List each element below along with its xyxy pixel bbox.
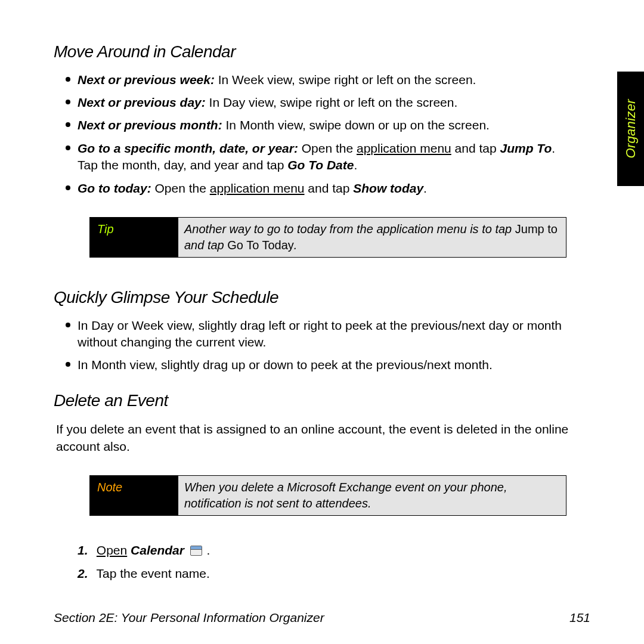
note-label: Note [90, 476, 178, 515]
action-show-today: Show today [353, 181, 423, 195]
heading-delete-event: Delete an Event [54, 389, 578, 412]
list-item-text: In Month view, swipe down or up on the s… [222, 118, 490, 132]
move-around-list: Next or previous week: In Week view, swi… [54, 72, 578, 197]
calendar-icon [190, 546, 202, 556]
page-number: 151 [569, 609, 590, 626]
heading-glimpse: Quickly Glimpse Your Schedule [54, 286, 578, 309]
step-text: Tap the event name. [96, 566, 209, 580]
tip-text: . [294, 239, 298, 252]
section-tab-organizer: Organizer [617, 72, 644, 186]
tip-text: and tap [184, 239, 227, 252]
list-item-text: . [354, 158, 357, 172]
list-item-text: and tap [305, 181, 354, 195]
delete-steps: 1. Open Calendar . 2. Tap the event name… [54, 542, 578, 582]
link-open[interactable]: Open [97, 543, 127, 557]
list-item-lead: Next or previous month: [78, 118, 222, 132]
list-item: Go to today: Open the application menu a… [78, 180, 578, 197]
list-item-text: In Week view, swipe right or left on the… [215, 73, 476, 86]
link-application-menu[interactable]: application menu [357, 141, 451, 155]
list-item-text: Open the [298, 141, 357, 155]
list-item-lead: Go to a specific month, date, or year: [78, 141, 298, 155]
tip-text: Another way to go to today from the appl… [184, 222, 515, 236]
list-item-text: In Day or Week view, slightly drag left … [78, 318, 562, 349]
tip-label: Tip [90, 218, 178, 257]
list-item-lead: Next or previous week: [78, 73, 215, 86]
footer-section-title: Section 2E: Your Personal Information Or… [54, 609, 324, 626]
list-item-lead: Next or previous day: [78, 95, 206, 109]
tip-callout: Tip Another way to go to today from the … [89, 217, 566, 258]
list-item: Next or previous month: In Month view, s… [78, 117, 578, 134]
tip-bold: Go To Today [227, 239, 294, 252]
step-item: 1. Open Calendar . [78, 542, 578, 559]
list-item: Go to a specific month, date, or year: O… [78, 140, 578, 174]
list-item: Next or previous week: In Week view, swi… [78, 72, 578, 88]
page-footer: Section 2E: Your Personal Information Or… [54, 609, 590, 626]
list-item: In Month view, slightly drag up or down … [78, 357, 578, 373]
list-item-text: In Month view, slightly drag up or down … [78, 358, 493, 371]
app-name-calendar: Calendar [127, 543, 184, 557]
list-item-text: and tap [451, 141, 500, 155]
section-tab-label: Organizer [622, 99, 640, 158]
action-go-to-date: Go To Date [287, 158, 354, 172]
list-item: In Day or Week view, slightly drag left … [78, 317, 578, 351]
page-body: Move Around in Calendar Next or previous… [54, 41, 578, 588]
link-application-menu[interactable]: application menu [210, 181, 305, 195]
note-callout: Note When you delete a Microsoft Exchang… [89, 475, 566, 516]
note-body: When you delete a Microsoft Exchange eve… [178, 476, 566, 515]
list-item: Next or previous day: In Day view, swipe… [78, 94, 578, 111]
step-item: 2. Tap the event name. [78, 565, 578, 582]
heading-move-around: Move Around in Calendar [54, 41, 578, 63]
step-number: 1. [78, 542, 93, 559]
list-item-text: Open the [151, 181, 210, 195]
list-item-text: . [423, 181, 427, 195]
list-item-lead: Go to today: [78, 181, 151, 195]
tip-body: Another way to go to today from the appl… [178, 218, 566, 257]
delete-intro: If you delete an event that is assigned … [56, 421, 578, 455]
tip-bold: Jump to [515, 222, 558, 236]
action-jump-to: Jump To [500, 141, 552, 155]
step-number: 2. [78, 565, 93, 582]
glimpse-list: In Day or Week view, slightly drag left … [54, 317, 578, 374]
step-text: . [203, 543, 210, 557]
list-item-text: In Day view, swipe right or left on the … [206, 95, 458, 109]
